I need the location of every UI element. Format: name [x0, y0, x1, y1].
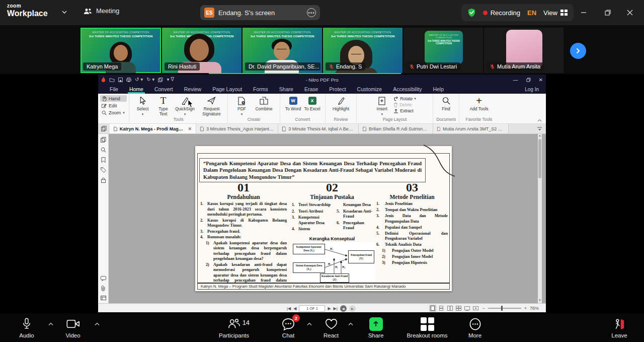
select-button[interactable]: Select▾ [132, 95, 154, 116]
breakout-rooms-button[interactable]: Breakout rooms [401, 316, 453, 338]
quicksign-button[interactable]: QuickSign▾ [173, 95, 197, 116]
participant-tile-katryn[interactable]: MASTER OF ACCOUNTING COMPETITION3rd THRE… [80, 28, 161, 73]
doc-tab-iqbal[interactable]: 3 Minute Thesis-M. Iqbal A Berutu... [278, 124, 359, 133]
single-page-view-icon[interactable] [429, 305, 436, 312]
extract-button[interactable]: Extract [393, 108, 416, 113]
prev-page-button[interactable]: ◀ [293, 306, 296, 311]
login-button[interactable]: Log In [525, 85, 539, 94]
close-tab-icon[interactable]: ✕ [188, 126, 192, 131]
react-options-chevron[interactable] [348, 322, 353, 326]
window-restore-button[interactable] [598, 0, 618, 25]
two-page-view-icon[interactable] [446, 305, 453, 312]
delete-button[interactable]: Delete [393, 102, 416, 107]
output-panel-icon[interactable] [101, 296, 106, 300]
insert-button[interactable]: Insert▾ [373, 95, 390, 116]
ribbon-collapse-icon[interactable] [537, 119, 542, 122]
scrollbar-thumb[interactable] [538, 139, 541, 178]
menu-page-layout[interactable]: Page Layout [207, 85, 248, 94]
zoom-slider-thumb[interactable] [501, 306, 503, 311]
next-participants-button[interactable] [570, 43, 586, 59]
presenter-view-icon[interactable] [472, 305, 479, 312]
chat-options-chevron[interactable] [307, 322, 312, 326]
signatures-icon[interactable] [101, 177, 106, 183]
last-page-button[interactable]: ▶| [334, 306, 338, 311]
zoom-in-button[interactable]: + [524, 306, 527, 311]
menu-customize[interactable]: Customize [352, 85, 388, 94]
video-button[interactable]: Video [58, 316, 88, 338]
continuous-view-icon[interactable] [438, 305, 445, 312]
search-panel-icon[interactable] [101, 147, 106, 153]
menu-forms[interactable]: Forms [248, 85, 274, 94]
comments-panel-icon[interactable] [101, 276, 106, 281]
request-signature-button[interactable]: Request Signature [198, 95, 225, 117]
nitro-minimize-button[interactable]: — [513, 77, 518, 83]
zoom-tool-button[interactable]: Zoom▾ [100, 109, 127, 116]
history-back-button[interactable]: ◀ [340, 305, 347, 312]
type-text-button[interactable]: T Type Text [155, 95, 172, 117]
participants-button[interactable]: 14 Participants [211, 316, 257, 338]
menu-share[interactable]: Share [274, 85, 299, 94]
hand-tool-button[interactable]: Hand [100, 95, 127, 102]
menu-accessibility[interactable]: Accessibility [387, 85, 427, 94]
history-forward-button[interactable]: ▶ [349, 305, 356, 312]
audio-options-chevron[interactable] [48, 322, 53, 326]
participant-tile-rini[interactable]: MASTER OF ACCOUNTING COMPETITION3rd THRE… [162, 28, 242, 73]
recording-indicator[interactable]: Recording [483, 9, 520, 17]
rotate-button[interactable]: Rotate▾ [393, 96, 416, 101]
participant-tile-endang[interactable]: MASTER OF ACCOUNTING COMPETITION3rd THRE… [323, 28, 403, 73]
attachments-icon[interactable] [101, 286, 106, 291]
more-button[interactable]: More [462, 316, 488, 338]
participant-tile-putri[interactable]: MASTER OF ACCOUNTING COMPETITION3rd THRE… [404, 28, 483, 73]
view-button[interactable]: View [543, 9, 568, 17]
bookmarks-icon[interactable] [101, 157, 106, 163]
thumbnails-icon[interactable] [101, 137, 106, 143]
share-button[interactable]: Share [361, 316, 390, 338]
doc-tab-mutia[interactable]: Mutia Arum Arsita 3MT_S2 PPIA-Uni... [433, 124, 509, 133]
menu-erase[interactable]: Erase [299, 85, 324, 94]
first-page-button[interactable]: |◀ [287, 306, 291, 311]
menu-file[interactable]: File [104, 85, 124, 94]
doc-tab-brilian[interactable]: Brilian Shella R Adi Sutrisna_UI_... [359, 124, 433, 133]
zoom-slider[interactable] [488, 308, 521, 309]
zoom-percent[interactable]: 76% [530, 306, 539, 311]
combine-button[interactable]: Combine [253, 95, 276, 112]
find-button[interactable]: Find [436, 95, 456, 112]
edit-tool-button[interactable]: Edit [100, 102, 127, 109]
zoom-out-button[interactable]: − [482, 306, 485, 311]
participant-tile-david[interactable]: MASTER OF ACCOUNTING COMPETITION3rd THRE… [243, 28, 322, 73]
shared-screen-pill[interactable]: ES Endang. S's screen ••• [200, 5, 320, 20]
to-excel-button[interactable]: X To Excel [303, 95, 321, 112]
participant-tile-mutia[interactable]: Mutia Arum Arsita [484, 28, 564, 73]
highlight-button[interactable]: Highlight [329, 95, 354, 112]
chevron-down-icon[interactable] [61, 10, 67, 14]
window-minimize-button[interactable] [574, 0, 594, 25]
tab-meeting[interactable]: Meeting [84, 7, 119, 15]
nitro-close-button[interactable]: ✕ [539, 77, 543, 83]
page-indicator[interactable]: 1 OF 1 [299, 305, 325, 312]
pages-panel-icon[interactable] [98, 124, 110, 133]
language-indicator[interactable]: EN [527, 9, 536, 17]
doc-tab-katryn[interactable]: Katryn N. Mega - Prodi Magister A... ✕ [110, 124, 196, 133]
doc-tab-agus[interactable]: 3 Minutes Thesis_Agus Harjanto_Un... [196, 124, 278, 133]
menu-home[interactable]: Home [124, 85, 149, 94]
tags-icon[interactable] [101, 167, 106, 173]
audio-button[interactable]: Audio [12, 316, 41, 338]
menu-help[interactable]: Help [427, 85, 449, 94]
tab-list-menu-icon[interactable] [537, 124, 546, 133]
security-shield-icon[interactable] [467, 8, 476, 17]
multi-page-view-icon[interactable] [455, 305, 462, 312]
fullscreen-view-icon[interactable] [463, 305, 470, 312]
vertical-scrollbar[interactable]: ▲ ▼ [538, 134, 542, 303]
document-canvas[interactable]: “Pengaruh Kompetensi Aparatur Desa dan S… [109, 134, 542, 303]
window-close-button[interactable] [620, 0, 640, 25]
chat-button[interactable]: 2 Chat [275, 316, 302, 338]
next-page-button[interactable]: ▶ [328, 306, 331, 311]
menu-review[interactable]: Review [179, 85, 207, 94]
menu-convert[interactable]: Convert [149, 85, 179, 94]
menu-protect[interactable]: Protect [324, 85, 351, 94]
to-word-button[interactable]: W To Word [284, 95, 302, 112]
video-options-chevron[interactable] [95, 322, 100, 326]
add-tools-button[interactable]: + Add Tools [469, 95, 489, 112]
create-pdf-button[interactable]: PDF▾ [232, 95, 252, 116]
leave-button[interactable]: Leave [606, 316, 633, 338]
